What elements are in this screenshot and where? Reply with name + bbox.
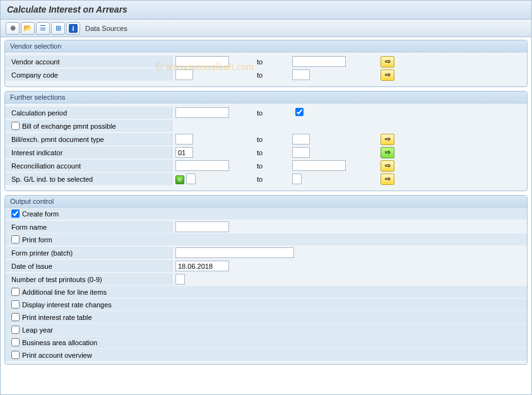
new-button[interactable]: ⊞ (51, 22, 65, 35)
group-further-selections: Further selections Calculation period to… (4, 91, 528, 191)
label-print-form: Print form (22, 236, 52, 244)
to-label: to (254, 175, 292, 183)
vendor-account-from[interactable] (175, 56, 229, 67)
label-company-code: Company code (5, 69, 172, 81)
group-title-further: Further selections (5, 91, 527, 103)
page-title: Calculate Interest on Arrears (7, 4, 525, 15)
create-form-check[interactable] (11, 209, 20, 218)
date-issue-input[interactable] (175, 261, 229, 271)
to-label: to (254, 109, 292, 117)
arrow-right-icon: ⇨ (385, 162, 391, 170)
additional-line-check[interactable] (11, 288, 20, 296)
list-button[interactable]: ☰ (36, 22, 50, 35)
multi-select-interest-ind[interactable]: ⇨ (381, 147, 394, 158)
data-sources-button[interactable]: Data Sources (85, 25, 127, 32)
execute-button[interactable]: ⊕ (6, 22, 20, 35)
folder-icon: 📂 (23, 24, 32, 32)
interest-ind-from[interactable] (175, 147, 193, 158)
label-form-printer: Form printer (batch) (5, 247, 172, 259)
label-sp-gl-ind: Sp. G/L ind. to be selected (5, 173, 172, 185)
company-code-to[interactable] (292, 69, 310, 80)
sp-gl-ind-to[interactable] (292, 174, 302, 184)
bill-exch-doc-to[interactable] (292, 134, 310, 144)
label-vendor-account: Vendor account (5, 56, 172, 68)
label-bill-exch-doc: Bill/exch. pmnt document type (5, 133, 172, 145)
multi-select-sp-gl-ind[interactable]: ⇨ (381, 174, 394, 185)
calc-period-to-check[interactable] (295, 108, 304, 116)
bill-exch-doc-from[interactable] (175, 134, 193, 144)
label-business-area: Business area allocation (22, 339, 97, 346)
form-printer-input[interactable] (175, 247, 294, 258)
to-label: to (254, 136, 292, 143)
interest-ind-to[interactable] (292, 147, 310, 158)
label-num-test: Number of test printouts (0-9) (5, 273, 172, 285)
arrow-right-icon: ⇨ (385, 135, 391, 143)
clock-icon: ⊕ (10, 24, 16, 32)
label-leap-year: Leap year (22, 326, 53, 334)
label-print-rate-table: Print interest rate table (22, 314, 92, 321)
equals-indicator-icon[interactable] (175, 175, 184, 184)
list-icon: ☰ (40, 24, 46, 32)
toolbar: ⊕ 📂 ☰ ⊞ i Data Sources (1, 20, 531, 37)
group-title-output: Output control (5, 196, 527, 208)
to-label: to (254, 71, 292, 79)
reconciliation-to[interactable] (292, 160, 346, 171)
title-bar: Calculate Interest on Arrears (1, 1, 531, 20)
group-vendor-selection: Vendor selection Vendor account to ⇨ Com… (4, 40, 528, 87)
print-form-check[interactable] (11, 235, 20, 244)
label-additional-line: Additional line for line items (22, 288, 107, 296)
form-name-input[interactable] (175, 221, 229, 232)
arrow-right-icon: ⇨ (385, 148, 391, 156)
reconciliation-from[interactable] (175, 160, 229, 171)
group-title-vendor: Vendor selection (5, 40, 527, 52)
multi-select-vendor-account[interactable]: ⇨ (381, 56, 394, 68)
calc-period-from[interactable] (175, 107, 229, 118)
label-create-form: Create form (22, 210, 59, 218)
print-rate-table-check[interactable] (11, 313, 20, 321)
to-label: to (254, 58, 292, 66)
arrow-right-icon: ⇨ (385, 57, 391, 66)
multi-select-reconciliation[interactable]: ⇨ (381, 160, 394, 172)
num-test-input[interactable] (175, 274, 185, 285)
group-output-control: Output control Create form Form name Pri… (4, 195, 528, 365)
company-code-from[interactable] (175, 69, 193, 80)
multi-select-company-code[interactable]: ⇨ (381, 69, 394, 81)
sp-gl-ind-from[interactable] (186, 174, 196, 184)
print-account-overview-check[interactable] (11, 351, 20, 359)
label-form-name: Form name (5, 221, 172, 233)
label-display-rate: Display interest rate changes (22, 301, 112, 309)
business-area-check[interactable] (11, 338, 20, 346)
leap-year-check[interactable] (11, 326, 20, 334)
bill-exchange-possible-check[interactable] (11, 122, 20, 130)
to-label: to (254, 162, 292, 170)
label-date-issue: Date of Issue (5, 260, 172, 272)
display-rate-changes-check[interactable] (11, 300, 20, 309)
info-icon: i (69, 24, 78, 33)
arrow-right-icon: ⇨ (385, 175, 391, 183)
label-calc-period: Calculation period (5, 107, 172, 119)
info-button[interactable]: i (66, 22, 80, 35)
to-label: to (254, 149, 292, 156)
label-bill-exchange-possible: Bill of exchange pmnt possible (5, 120, 172, 132)
label-interest-ind: Interest indicator (5, 146, 172, 158)
plus-icon: ⊞ (56, 24, 61, 32)
multi-select-bill-exch-doc[interactable]: ⇨ (381, 134, 394, 145)
arrow-right-icon: ⇨ (385, 71, 391, 79)
vendor-account-to[interactable] (292, 56, 346, 67)
get-variant-button[interactable]: 📂 (21, 22, 35, 35)
label-reconciliation: Reconciliation account (5, 160, 172, 172)
label-print-account: Print account overview (22, 351, 92, 359)
